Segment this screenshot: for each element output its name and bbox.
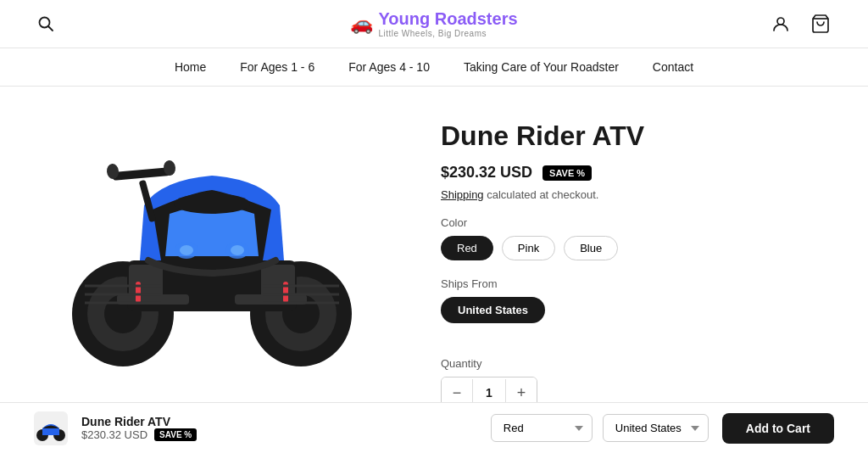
shipping-link[interactable]: Shipping xyxy=(441,188,484,201)
product-title: Dune Rider ATV xyxy=(441,120,834,152)
cart-button[interactable] xyxy=(807,10,834,37)
search-icon xyxy=(37,15,54,32)
brand-tagline: Little Wheels, Big Dreams xyxy=(378,29,517,38)
color-pink[interactable]: Pink xyxy=(502,236,555,260)
nav-ages-1-6[interactable]: For Ages 1 - 6 xyxy=(240,60,314,74)
sticky-color-select[interactable]: Red Pink Blue xyxy=(491,414,593,442)
nav-home[interactable]: Home xyxy=(175,60,206,74)
search-button[interactable] xyxy=(34,12,58,36)
nav-contact[interactable]: Contact xyxy=(653,60,693,74)
shipping-note: calculated at checkout. xyxy=(487,188,598,201)
brand-name: Young Roadsters xyxy=(378,9,517,29)
color-blue[interactable]: Blue xyxy=(564,236,618,260)
sticky-bar: Dune Rider ATV $230.32 USD SAVE % Red Pi… xyxy=(0,402,868,453)
product-page: Dune Rider ATV $230.32 USD SAVE % Shippi… xyxy=(0,87,868,453)
sticky-product-icon xyxy=(36,413,66,444)
shipping-info: Shipping calculated at checkout. xyxy=(441,188,834,201)
sticky-price-row: $230.32 USD SAVE % xyxy=(81,428,197,441)
sticky-price: $230.32 USD xyxy=(81,428,147,441)
logo[interactable]: 🚗 Young Roadsters Little Wheels, Big Dre… xyxy=(350,9,517,38)
svg-point-2 xyxy=(777,18,784,25)
nav-care[interactable]: Taking Care of Your Roadster xyxy=(464,60,619,74)
account-button[interactable] xyxy=(768,11,793,36)
sticky-product-name: Dune Rider ATV xyxy=(81,415,197,428)
atv-illustration xyxy=(59,129,364,383)
sticky-product-info: Dune Rider ATV $230.32 USD SAVE % xyxy=(81,415,197,441)
save-badge: SAVE % xyxy=(542,165,592,181)
color-label: Color xyxy=(441,216,834,229)
svg-point-25 xyxy=(174,193,250,214)
svg-point-21 xyxy=(180,245,193,255)
account-icon xyxy=(771,14,790,33)
ships-from-button[interactable]: United States xyxy=(441,297,545,323)
product-image xyxy=(51,112,373,400)
logo-icon: 🚗 xyxy=(350,13,373,35)
svg-line-1 xyxy=(49,27,53,31)
ships-from-label: Ships From xyxy=(441,277,834,290)
header-left xyxy=(34,12,58,36)
svg-point-0 xyxy=(40,18,50,28)
sticky-product-thumb xyxy=(34,411,68,445)
header-right xyxy=(768,10,834,37)
cart-icon xyxy=(810,14,831,34)
product-price: $230.32 USD xyxy=(441,164,532,182)
sticky-save-badge: SAVE % xyxy=(154,428,197,441)
color-red[interactable]: Red xyxy=(441,236,493,260)
nav-ages-4-10[interactable]: For Ages 4 - 10 xyxy=(348,60,430,74)
quantity-label: Quantity xyxy=(441,357,834,370)
sticky-add-to-cart-button[interactable]: Add to Cart xyxy=(722,413,834,444)
sticky-selects: Red Pink Blue United States xyxy=(491,414,709,442)
sticky-ships-from-select[interactable]: United States xyxy=(603,414,709,442)
svg-rect-14 xyxy=(112,167,172,181)
color-options: Red Pink Blue xyxy=(441,236,834,260)
svg-point-22 xyxy=(231,245,244,255)
product-image-area xyxy=(34,112,390,400)
price-row: $230.32 USD SAVE % xyxy=(441,164,834,182)
site-header: 🚗 Young Roadsters Little Wheels, Big Dre… xyxy=(0,0,868,48)
main-nav: Home For Ages 1 - 6 For Ages 4 - 10 Taki… xyxy=(0,48,868,87)
